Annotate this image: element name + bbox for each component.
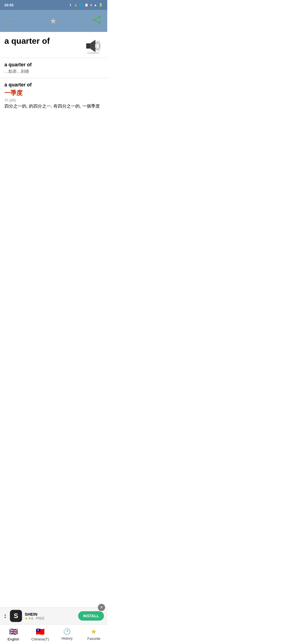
def-pinyin: Yī jìdù: [4, 98, 103, 102]
definition-block-1: a quarter of …點差…刻鐘: [0, 58, 107, 78]
svg-line-4: [94, 20, 100, 23]
def-word-2: a quarter of: [4, 82, 103, 88]
svg-point-8: [97, 41, 100, 51]
globe-icon: 🌐: [79, 3, 83, 7]
info-icon: ℹ: [70, 3, 71, 7]
def-translation-1: …點差…刻鐘: [4, 69, 103, 74]
definition-block-2: a quarter of 一季度 Yī jìdù 四分之一的, 的四分之一, 有…: [0, 78, 107, 113]
mask-icon: 🎭: [73, 3, 77, 7]
svg-point-0: [98, 16, 101, 18]
main-word-area: a quarter of: [0, 32, 107, 58]
svg-rect-5: [86, 43, 90, 48]
svg-marker-6: [90, 40, 95, 52]
wifi-icon: ▲: [94, 3, 97, 7]
battery-icon: 🔋: [99, 3, 103, 7]
status-icons: ℹ 🎭 🌐 📋 ● ▲ 🔋: [70, 3, 103, 7]
toolbar: ← ★: [0, 10, 107, 32]
main-word-title: a quarter of: [4, 36, 84, 46]
back-button[interactable]: ←: [6, 16, 14, 26]
share-button[interactable]: [92, 15, 102, 27]
svg-line-3: [94, 17, 100, 20]
def-chinese-title: 一季度: [4, 89, 103, 97]
speaker-button[interactable]: [84, 36, 103, 56]
def-meaning: 四分之一的, 的四分之一, 有四分之一的, 一個季度: [4, 103, 103, 109]
svg-point-9: [87, 52, 100, 54]
status-bar: 20:55 ℹ 🎭 🌐 📋 ● ▲ 🔋: [0, 0, 107, 10]
favorite-button[interactable]: ★: [49, 16, 57, 26]
dot-icon: ●: [90, 3, 92, 7]
def-word-1: a quarter of: [4, 62, 103, 68]
clipboard-icon: 📋: [84, 3, 89, 7]
status-time: 20:55: [4, 3, 13, 7]
